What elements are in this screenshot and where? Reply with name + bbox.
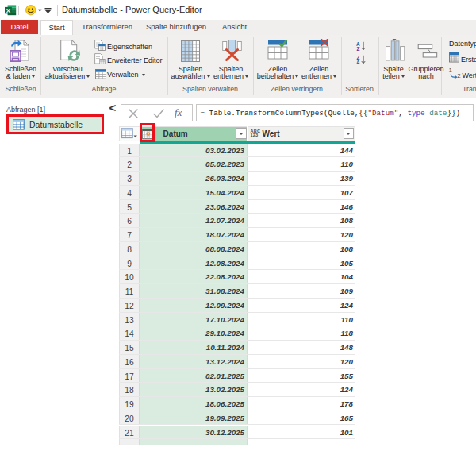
svg-text:2: 2 [457, 72, 461, 79]
svg-text:A: A [356, 60, 360, 65]
svg-text:Z: Z [356, 46, 359, 52]
svg-text:1: 1 [448, 67, 452, 74]
svg-text:X: X [6, 6, 11, 13]
